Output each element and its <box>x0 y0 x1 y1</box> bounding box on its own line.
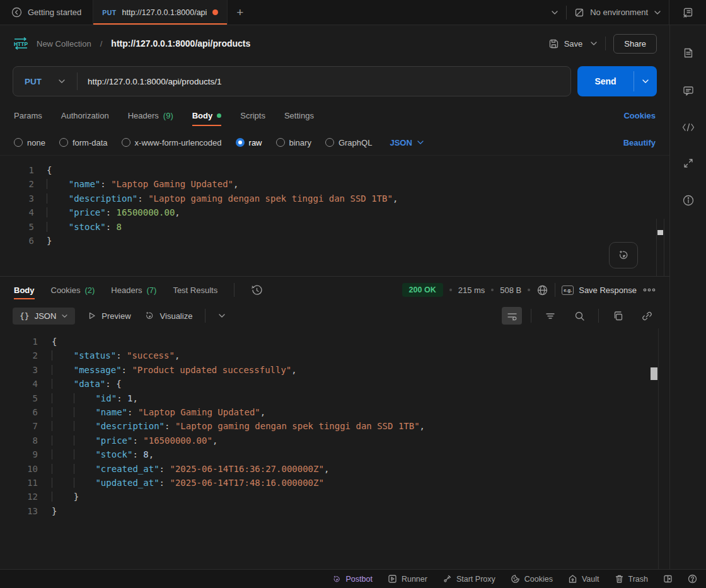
request-body-editor[interactable]: 1{2 "name": "Laptop Gaming Updated",3 "d… <box>0 155 669 277</box>
response-format-dropdown[interactable]: {} JSON <box>13 308 75 325</box>
request-url-row: PUT http://127.0.0.1:8000/api/products/1… <box>0 62 669 101</box>
panel-layout-toggle[interactable] <box>663 574 673 584</box>
help-button[interactable] <box>688 574 697 584</box>
environment-quick-look-icon[interactable] <box>682 7 693 18</box>
comments-icon[interactable] <box>682 84 695 97</box>
method-selector[interactable]: PUT <box>13 77 77 86</box>
response-tabs: Body Cookies(2) Headers(7) Test Results … <box>0 277 669 303</box>
vault-icon <box>568 574 577 584</box>
line-number: 5 <box>6 220 34 234</box>
cookies-button[interactable]: Cookies <box>511 574 553 584</box>
tab-list-dropdown[interactable] <box>543 10 566 15</box>
info-icon[interactable] <box>682 194 695 207</box>
response-tab-cookies[interactable]: Cookies(2) <box>51 277 95 303</box>
breadcrumb-request-name[interactable]: http://127.0.0.1:8000/api/products <box>111 38 250 49</box>
environment-selector[interactable]: No environment <box>567 8 669 18</box>
trash-button[interactable]: Trash <box>615 574 649 584</box>
line-number: 10 <box>8 462 38 476</box>
send-options-button[interactable] <box>634 66 657 96</box>
preview-button[interactable]: Preview <box>88 311 130 321</box>
search-button[interactable] <box>569 307 589 325</box>
editor-scrollbar[interactable] <box>656 219 664 276</box>
radio-none[interactable]: none <box>14 138 45 147</box>
code-snippet-icon[interactable] <box>681 122 695 132</box>
tab-getting-started[interactable]: Getting started <box>0 0 93 25</box>
code-line: 10 "created_at": "2025-06-14T16:36:27.00… <box>8 462 669 476</box>
tab-body[interactable]: Body <box>192 101 222 130</box>
dot-separator <box>528 289 530 291</box>
runner-icon <box>388 574 397 584</box>
filter-button[interactable] <box>540 307 560 325</box>
radio-binary[interactable]: binary <box>276 138 311 147</box>
response-toolbar: {} JSON Preview Visualize <box>0 303 669 328</box>
tab-authorization[interactable]: Authorization <box>61 101 109 130</box>
save-button[interactable]: Save <box>548 38 583 49</box>
radio-graphql[interactable]: GraphQL <box>325 138 372 147</box>
save-response-button[interactable]: e.g. Save Response <box>562 285 637 295</box>
proxy-signal-icon <box>443 574 452 584</box>
radio-circle <box>276 138 285 147</box>
documentation-icon[interactable] <box>682 47 695 59</box>
visualize-button[interactable]: Visualize <box>144 310 193 321</box>
cookies-link[interactable]: Cookies <box>623 111 656 120</box>
response-tab-body[interactable]: Body <box>14 277 35 303</box>
scrollbar-thumb[interactable] <box>657 230 663 235</box>
statusbar-label: Start Proxy <box>456 575 495 584</box>
tab-params[interactable]: Params <box>14 101 42 130</box>
line-number: 13 <box>8 504 38 518</box>
environment-label: No environment <box>590 8 648 17</box>
tab-settings[interactable]: Settings <box>284 101 314 130</box>
divider <box>531 309 531 323</box>
line-number: 1 <box>8 335 38 349</box>
line-number: 11 <box>8 476 38 490</box>
scroll-gutter <box>658 328 659 569</box>
new-tab-button[interactable]: + <box>228 0 252 25</box>
response-tab-test-results[interactable]: Test Results <box>173 277 217 303</box>
postbot-button[interactable] <box>609 242 638 268</box>
body-filled-dot <box>217 113 221 118</box>
tab-scripts[interactable]: Scripts <box>240 101 265 130</box>
tab-count: (7) <box>147 285 157 295</box>
copy-icon <box>613 311 623 321</box>
radio-raw[interactable]: raw <box>236 138 262 147</box>
url-input[interactable]: http://127.0.0.1:8000/api/products/1 <box>78 77 231 86</box>
network-globe-icon[interactable] <box>536 284 548 296</box>
save-options-chevron-icon[interactable] <box>590 41 598 46</box>
panel-layout-icon <box>663 574 673 584</box>
runner-button[interactable]: Runner <box>388 574 427 584</box>
status-badge[interactable]: 200 OK <box>402 283 443 297</box>
start-proxy-button[interactable]: Start Proxy <box>443 574 495 584</box>
divider <box>234 283 234 297</box>
radio-form-data[interactable]: form-data <box>59 138 108 147</box>
beautify-link[interactable]: Beautify <box>623 138 656 147</box>
response-body-viewer[interactable]: 1{2 "status": "success",3 "message": "Pr… <box>0 328 669 569</box>
breadcrumb-collection[interactable]: New Collection <box>37 39 91 49</box>
line-number: 4 <box>8 377 38 391</box>
share-button[interactable]: Share <box>613 34 657 54</box>
radio-label: binary <box>289 138 311 147</box>
chevron-down-icon[interactable] <box>218 313 226 318</box>
response-history-icon[interactable] <box>251 284 263 296</box>
copy-button[interactable] <box>608 307 628 325</box>
cookie-icon <box>511 574 520 584</box>
radio-x-www-form-urlencoded[interactable]: x-www-form-urlencoded <box>122 138 222 147</box>
tab-headers[interactable]: Headers(9) <box>128 101 173 130</box>
response-tab-headers[interactable]: Headers(7) <box>111 277 156 303</box>
response-size[interactable]: 508 B <box>500 285 521 295</box>
tab-label: Body <box>192 111 213 120</box>
more-options-icon[interactable] <box>643 287 656 292</box>
response-time[interactable]: 215 ms <box>458 285 485 295</box>
filter-icon <box>545 312 555 320</box>
postbot-icon <box>332 574 342 584</box>
wrap-text-button[interactable] <box>502 307 522 325</box>
vault-button[interactable]: Vault <box>568 574 599 584</box>
postbot-statusbar-button[interactable]: Postbot <box>332 574 373 584</box>
radio-label: form-data <box>72 138 108 147</box>
send-button[interactable]: Send <box>577 66 657 96</box>
tab-label: Headers <box>111 285 142 295</box>
scrollbar-thumb[interactable] <box>651 367 657 380</box>
language-selector[interactable]: JSON <box>390 138 424 147</box>
tab-request-active[interactable]: PUT http://127.0.0.1:8000/api <box>93 0 228 25</box>
link-button[interactable] <box>637 307 657 325</box>
scale-resize-icon[interactable] <box>683 158 694 169</box>
